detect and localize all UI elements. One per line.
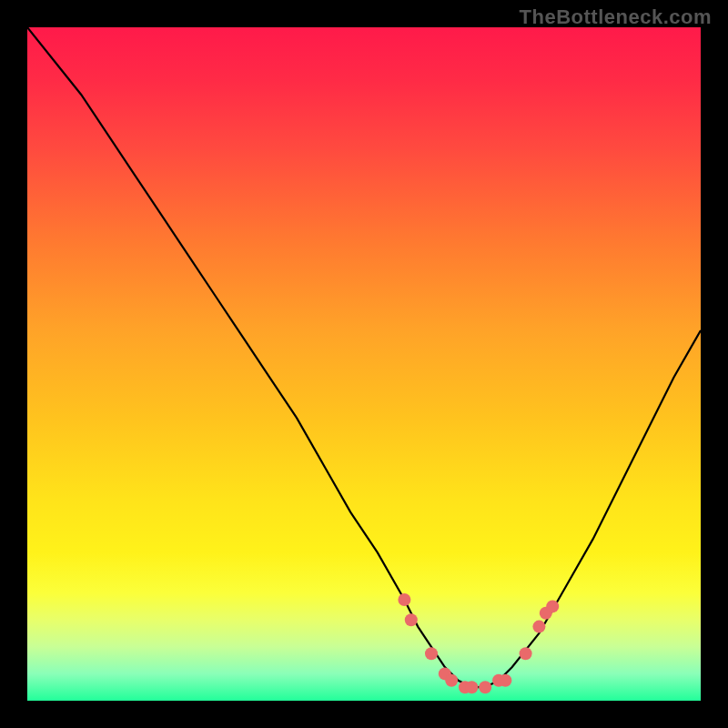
curve-marker bbox=[445, 674, 458, 687]
curve-marker bbox=[465, 681, 478, 693]
watermark-text: TheBottleneck.com bbox=[520, 5, 712, 29]
curve-marker bbox=[520, 647, 532, 660]
curve-marker bbox=[425, 647, 438, 660]
curve-marker bbox=[546, 600, 559, 612]
curve-markers bbox=[398, 593, 559, 693]
chart-svg bbox=[27, 27, 701, 701]
curve-marker bbox=[532, 621, 545, 633]
curve-marker bbox=[499, 674, 511, 687]
curve-marker bbox=[398, 593, 410, 606]
curve-marker bbox=[405, 613, 418, 626]
bottleneck-curve-line bbox=[27, 27, 701, 687]
curve-marker bbox=[479, 681, 491, 693]
chart-plot-area bbox=[27, 27, 701, 701]
